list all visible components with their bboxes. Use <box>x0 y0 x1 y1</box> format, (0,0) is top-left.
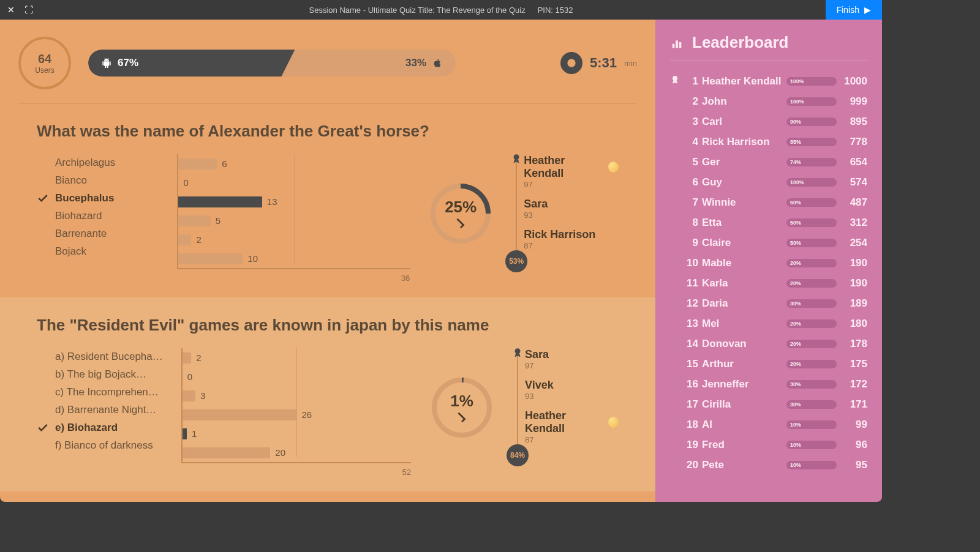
answer-chart: 2 0 3 26 1 20 52 <box>181 348 411 467</box>
leaderboard-score: 487 <box>840 196 867 209</box>
leaderboard-rank: 8 <box>685 217 698 229</box>
check-icon <box>454 217 467 230</box>
leaderboard-name: Claire <box>702 237 783 249</box>
leaderboard-row[interactable]: 17 Cirilla 30% 171 <box>670 394 867 414</box>
expand-icon[interactable]: ⛶ <box>24 5 33 15</box>
question-title: The "Resident Evil" games are known in j… <box>37 316 619 335</box>
leaderboard-row[interactable]: 9 Claire 50% 254 <box>670 233 867 253</box>
top-responder: Heather Kendall 97 <box>524 154 619 189</box>
leaderboard-rank: 15 <box>685 358 698 370</box>
leaderboard-rank: 20 <box>685 459 698 471</box>
leaderboard-score: 172 <box>840 378 867 390</box>
leaderboard-progress: 30% <box>786 380 837 389</box>
leaderboard-progress: 20% <box>786 279 837 288</box>
leaderboard-row[interactable]: 12 Daria 30% 189 <box>670 293 867 313</box>
check-icon <box>37 404 49 416</box>
star-icon <box>512 347 523 360</box>
question-title: What was the name of Alexander the Great… <box>37 122 619 141</box>
leaderboard-rank: 4 <box>685 136 698 148</box>
os-distribution-bar: 67% 33% <box>88 50 456 76</box>
leaderboard-row[interactable]: 15 Arthur 20% 175 <box>670 354 867 374</box>
apple-icon <box>432 58 442 68</box>
leaderboard-title: Leaderboard <box>670 33 867 52</box>
leaderboard-panel: Leaderboard 1 Heather Kendall 100% 1000 … <box>655 20 882 502</box>
leaderboard-score: 312 <box>840 217 867 229</box>
leaderboard-rank: 1 <box>685 75 698 88</box>
leaderboard-rank: 19 <box>685 439 698 451</box>
summary-bar: 64 Users 67% 33% 5:31 min <box>0 20 655 103</box>
leaderboard-row[interactable]: 16 Jenneffer 30% 172 <box>670 374 867 394</box>
answer-option: a) Resident Bucepha… <box>37 351 163 363</box>
leaderboard-row[interactable]: 4 Rick Harrison 85% 778 <box>670 132 867 152</box>
timer: 5:31 min <box>560 52 637 74</box>
leaderboard-rank: 18 <box>685 419 698 431</box>
close-icon[interactable]: ✕ <box>7 5 15 15</box>
leaderboard-score: 190 <box>840 257 867 269</box>
leaderboard-row[interactable]: 19 Fred 10% 96 <box>670 435 867 455</box>
leaderboard-score: 895 <box>840 116 867 128</box>
check-icon <box>37 439 49 452</box>
leaderboard-row[interactable]: 10 Mable 20% 190 <box>670 253 867 273</box>
leaderboard-name: Mel <box>702 318 783 330</box>
leaderboard-row[interactable]: 11 Karla 20% 190 <box>670 273 867 293</box>
finish-button[interactable]: Finish ▶ <box>826 0 882 20</box>
svg-point-2 <box>514 154 519 160</box>
check-icon <box>37 422 49 434</box>
top-responder: Heather Kendall 87 <box>525 409 619 444</box>
leaderboard-row[interactable]: 5 Ger 74% 654 <box>670 152 867 172</box>
leaderboard-score: 999 <box>840 95 867 108</box>
leaderboard-row[interactable]: 7 Winnie 60% 487 <box>670 192 867 212</box>
leaderboard-progress: 30% <box>786 400 837 409</box>
leaderboard-rank: 7 <box>685 196 698 209</box>
answer-option: Biohazard <box>37 210 159 222</box>
question-block: What was the name of Alexander the Great… <box>0 103 655 297</box>
answer-chart: 6 0 13 5 2 10 36 <box>177 154 410 273</box>
leaderboard-row[interactable]: 14 Donovan 20% 178 <box>670 334 867 354</box>
leaderboard-name: Daria <box>702 297 783 310</box>
leaderboard-row[interactable]: 8 Etta 50% 312 <box>670 212 867 233</box>
top-pct-badge: 84% <box>507 444 529 466</box>
leaderboard-name: Carl <box>702 116 783 128</box>
leaderboard-progress: 10% <box>786 441 837 449</box>
star-icon <box>511 153 522 166</box>
leaderboard-row[interactable]: 20 Pete 10% 95 <box>670 455 867 475</box>
leaderboard-name: Karla <box>702 277 783 289</box>
leaderboard-name: Rick Harrison <box>702 136 783 148</box>
titlebar: ✕ ⛶ Session Name - Ultimate Quiz Title: … <box>0 0 882 20</box>
question-block: The "Resident Evil" games are known in j… <box>0 297 655 491</box>
leaderboard-score: 189 <box>840 297 867 310</box>
leaderboard-row[interactable]: 13 Mel 20% 180 <box>670 313 867 334</box>
leaderboard-progress: 20% <box>786 319 837 328</box>
leaderboard-rank: 6 <box>685 176 698 188</box>
leaderboard-progress: 20% <box>786 340 837 348</box>
leaderboard-row[interactable]: 18 Al 10% 99 <box>670 414 867 435</box>
check-icon <box>37 228 49 240</box>
leaderboard-progress: 20% <box>786 360 837 368</box>
top-responder: Rick Harrison 87 <box>524 228 619 250</box>
leaderboard-name: Al <box>702 419 783 431</box>
leaderboard-row[interactable]: 3 Carl 90% 895 <box>670 111 867 132</box>
leaderboard-score: 171 <box>840 398 867 411</box>
answer-option: d) Barrenante Night… <box>37 404 163 416</box>
answer-option: Archipelagus <box>37 157 159 169</box>
leaderboard-rank: 14 <box>685 338 698 350</box>
leaderboard-score: 254 <box>840 237 867 249</box>
answer-option: Bianco <box>37 174 159 187</box>
chart-max-label: 52 <box>402 468 411 477</box>
leaderboard-name: Jenneffer <box>702 378 783 390</box>
leaderboard-name: Arthur <box>702 358 783 370</box>
leaderboard-row[interactable]: 2 John 100% 999 <box>670 91 867 111</box>
correct-pct-ring: 25% <box>428 181 493 246</box>
leaderboard-progress: 100% <box>786 77 837 86</box>
svg-point-5 <box>515 348 521 354</box>
leaderboard-progress: 100% <box>786 97 837 106</box>
check-icon <box>37 368 49 381</box>
answer-option: b) The big Bojack… <box>37 368 163 381</box>
leaderboard-rank: 10 <box>685 257 698 269</box>
leaderboard-name: Ger <box>702 156 783 168</box>
medal-icon <box>670 75 681 88</box>
leaderboard-name: Etta <box>702 217 783 229</box>
leaderboard-row[interactable]: 1 Heather Kendall 100% 1000 <box>670 71 867 91</box>
leaderboard-row[interactable]: 6 Guy 100% 574 <box>670 172 867 192</box>
podium-icon <box>670 36 684 50</box>
